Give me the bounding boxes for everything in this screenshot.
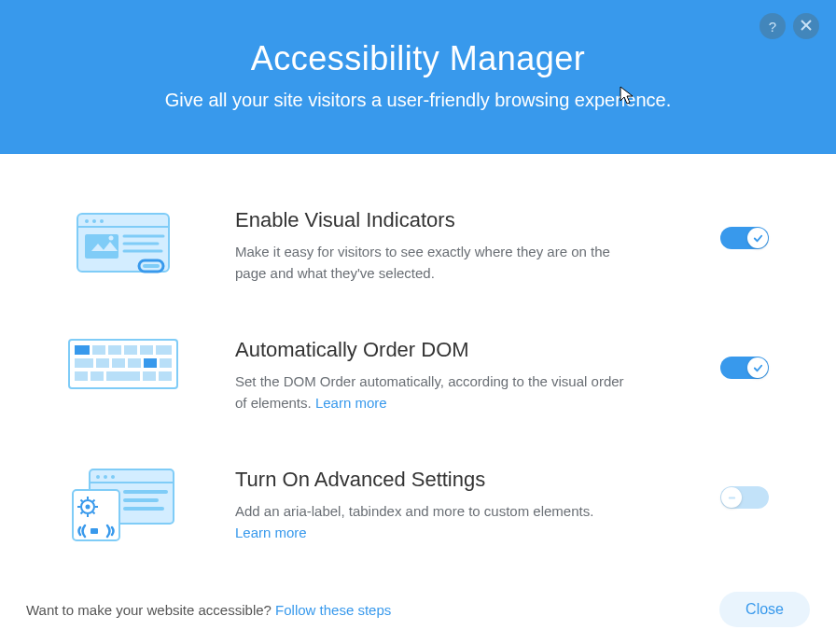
svg-rect-25	[112, 358, 125, 368]
toggle-advanced-settings[interactable]	[720, 486, 769, 509]
footer-link[interactable]: Follow these steps	[275, 602, 391, 618]
learn-more-link[interactable]: Learn more	[315, 395, 387, 411]
toggle-order-dom[interactable]	[720, 357, 769, 379]
svg-rect-26	[128, 358, 141, 368]
svg-rect-27	[144, 358, 157, 368]
advanced-settings-icon	[67, 468, 179, 548]
svg-rect-29	[75, 371, 88, 381]
check-icon	[753, 363, 763, 373]
svg-rect-20	[124, 345, 137, 355]
svg-rect-39	[123, 490, 168, 494]
svg-rect-28	[160, 358, 172, 368]
svg-rect-41	[123, 507, 164, 511]
close-button[interactable]: Close	[719, 592, 810, 627]
footer-prompt: Want to make your website accessible? Fo…	[26, 602, 391, 618]
dialog-footer: Want to make your website accessible? Fo…	[0, 575, 836, 644]
svg-rect-23	[75, 358, 93, 368]
option-advanced-settings: Turn On Advanced Settings Add an aria-la…	[67, 468, 769, 548]
svg-rect-31	[106, 371, 140, 381]
toggle-thumb	[721, 487, 742, 508]
svg-point-5	[100, 219, 104, 223]
svg-rect-30	[91, 371, 104, 381]
svg-point-4	[92, 219, 96, 223]
svg-line-51	[93, 500, 95, 502]
toggle-thumb	[747, 228, 768, 248]
svg-point-3	[85, 219, 89, 223]
dialog-title: Accessibility Manager	[19, 39, 817, 78]
option-title: Turn On Advanced Settings	[235, 468, 638, 492]
svg-line-49	[93, 512, 95, 514]
visual-indicators-icon	[67, 208, 179, 277]
option-description: Set the DOM Order automatically, accordi…	[235, 371, 627, 413]
dialog-header: ? Accessibility Manager Give all your si…	[0, 0, 836, 154]
svg-rect-33	[159, 371, 172, 381]
svg-rect-53	[91, 528, 98, 534]
option-title: Automatically Order DOM	[235, 338, 638, 362]
svg-line-48	[81, 500, 83, 502]
close-x-button[interactable]	[793, 13, 819, 39]
option-order-dom: Automatically Order DOM Set the DOM Orde…	[67, 338, 769, 413]
learn-more-link[interactable]: Learn more	[235, 525, 307, 540]
svg-rect-24	[96, 358, 109, 368]
toggle-visual-indicators[interactable]	[720, 227, 769, 249]
dialog-subtitle: Give all your site visitors a user-frien…	[19, 90, 817, 111]
svg-line-50	[81, 512, 83, 514]
option-visual-indicators: Enable Visual Indicators Make it easy fo…	[67, 208, 769, 284]
svg-point-35	[96, 475, 100, 479]
close-icon	[800, 19, 813, 35]
svg-rect-15	[143, 264, 160, 268]
dialog-content: Enable Visual Indicators Make it easy fo…	[0, 154, 836, 621]
help-button[interactable]: ?	[759, 13, 786, 39]
svg-rect-18	[92, 345, 105, 355]
svg-rect-17	[75, 345, 90, 355]
help-icon: ?	[769, 19, 776, 35]
svg-point-10	[109, 236, 114, 241]
check-icon	[753, 233, 763, 244]
svg-point-52	[86, 505, 91, 510]
order-dom-icon	[67, 338, 179, 390]
option-description: Make it easy for visitors to see exactly…	[235, 242, 627, 284]
toggle-thumb	[747, 357, 768, 378]
svg-point-37	[111, 475, 115, 479]
option-title: Enable Visual Indicators	[235, 208, 638, 232]
svg-rect-22	[156, 345, 172, 355]
svg-rect-32	[143, 371, 156, 381]
svg-rect-21	[140, 345, 153, 355]
svg-point-36	[104, 475, 107, 479]
option-description: Add an aria-label, tabindex and more to …	[235, 501, 627, 543]
minus-icon	[727, 493, 737, 503]
svg-rect-19	[108, 345, 121, 355]
svg-rect-40	[123, 498, 159, 502]
